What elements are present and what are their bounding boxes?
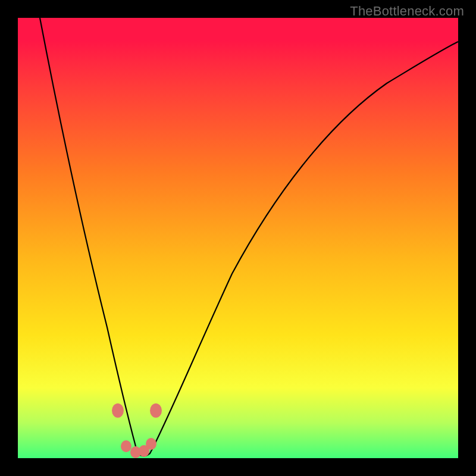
bottleneck-curve: [40, 18, 458, 456]
watermark-text: TheBottleneck.com: [350, 4, 464, 19]
marker-right-upper: [150, 403, 162, 418]
marker-4: [146, 438, 156, 450]
marker-left-upper: [112, 403, 124, 418]
chart-frame: TheBottleneck.com: [0, 0, 476, 476]
plot-area: [18, 18, 458, 458]
marker-1: [121, 440, 131, 452]
curve-svg: [18, 18, 458, 458]
